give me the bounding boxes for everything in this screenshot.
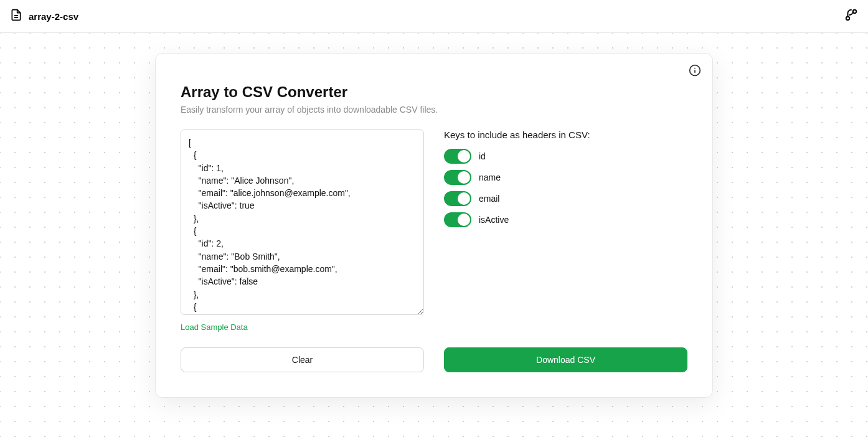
buttons-row: Clear Download CSV — [181, 347, 687, 372]
headers-title: Keys to include as headers in CSV: — [444, 129, 687, 140]
toggle-row-email: email — [444, 191, 687, 206]
project-title: array-2-csv — [29, 11, 78, 22]
toggle-label-name: name — [479, 172, 501, 182]
download-csv-button[interactable]: Download CSV — [444, 347, 687, 372]
toggle-row-isactive: isActive — [444, 212, 687, 227]
topbar-left: array-2-csv — [10, 9, 78, 24]
clear-button[interactable]: Clear — [181, 347, 424, 372]
toggle-label-email: email — [479, 194, 499, 204]
toggle-row-name: name — [444, 170, 687, 185]
load-sample-link[interactable]: Load Sample Data — [181, 322, 248, 332]
toggle-row-id: id — [444, 149, 687, 164]
topbar-right — [844, 8, 858, 24]
input-column: Load Sample Data — [181, 129, 424, 332]
headers-column: Keys to include as headers in CSV: id na… — [444, 129, 687, 332]
page-subtitle: Easily transform your array of objects i… — [181, 105, 687, 115]
toggle-name[interactable] — [444, 170, 471, 185]
toggle-isactive[interactable] — [444, 212, 471, 227]
info-button[interactable] — [686, 62, 704, 80]
converter-card: Array to CSV Converter Easily transform … — [155, 53, 713, 398]
page-title: Array to CSV Converter — [181, 83, 687, 101]
document-icon — [10, 9, 22, 24]
info-icon — [689, 64, 701, 78]
json-input[interactable] — [181, 129, 424, 315]
branch-icon[interactable] — [844, 13, 858, 24]
toggle-email[interactable] — [444, 191, 471, 206]
canvas-background: Array to CSV Converter Easily transform … — [0, 33, 868, 447]
topbar: array-2-csv — [0, 0, 868, 33]
toggle-label-isactive: isActive — [479, 215, 509, 225]
toggle-id[interactable] — [444, 149, 471, 164]
content-grid: Load Sample Data Keys to include as head… — [181, 129, 687, 332]
toggle-label-id: id — [479, 151, 486, 161]
